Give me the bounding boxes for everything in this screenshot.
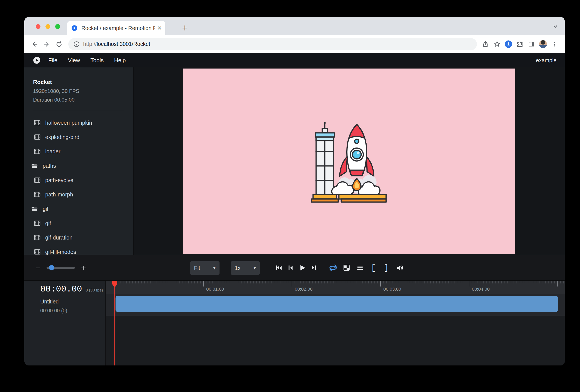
track-time: 00:00.00 (0) — [40, 308, 105, 314]
out-point-bracket-icon[interactable]: ] — [382, 263, 390, 272]
remotion-app: File View Tools Help example Rocket 1920… — [24, 53, 565, 366]
composition-resolution: 1920x1080, 30 FPS — [33, 88, 124, 94]
sidebar-item-label: exploding-bird — [45, 134, 79, 140]
tab-search-chevron-icon[interactable] — [552, 23, 559, 30]
sidebar-item[interactable]: path-morph — [24, 187, 133, 202]
side-panel-icon[interactable] — [527, 40, 536, 48]
playhead-line[interactable] — [115, 281, 115, 366]
preview-area — [134, 67, 565, 255]
timeline-track-area[interactable]: 00:01.00 00:02.00 00:03.00 00:04.00 — [106, 281, 565, 366]
composition-duration: Duration 00:05.00 — [33, 97, 124, 103]
new-tab-button[interactable]: + — [179, 22, 191, 33]
folder-open-icon — [31, 206, 38, 212]
sidebar-item-label: path-evolve — [45, 177, 73, 183]
sidebar-item-label: gif-fill-modes — [45, 249, 76, 255]
sidebar-item[interactable]: halloween-pumpkin — [24, 116, 133, 130]
folder-open-icon — [31, 163, 38, 169]
film-icon — [34, 177, 40, 183]
size-select[interactable]: Fit ▾ — [190, 261, 220, 275]
transparency-checkerboard-icon[interactable] — [342, 264, 351, 272]
close-window-button[interactable] — [36, 24, 40, 29]
onepassword-icon[interactable]: 1 — [505, 40, 512, 48]
timeline-rows-icon[interactable] — [356, 264, 364, 272]
timeline-clip-bar[interactable] — [116, 296, 558, 312]
remotion-favicon — [71, 25, 77, 31]
chevron-down-icon: ▾ — [254, 265, 256, 271]
sidebar-item-label: halloween-pumpkin — [45, 120, 92, 126]
timeline-ruler[interactable]: 00:01.00 00:02.00 00:03.00 00:04.00 — [106, 281, 565, 294]
sidebar-item[interactable]: path-evolve — [24, 173, 133, 187]
sidebar-item[interactable]: exploding-bird — [24, 130, 133, 144]
browser-menu-icon[interactable] — [550, 40, 559, 48]
remotion-logo-icon[interactable] — [33, 56, 41, 64]
previous-frame-button[interactable] — [286, 264, 294, 272]
composition-canvas — [183, 69, 515, 254]
film-icon — [34, 134, 40, 140]
share-icon[interactable] — [481, 40, 489, 48]
menu-file[interactable]: File — [48, 57, 57, 64]
minimize-window-button[interactable] — [45, 24, 50, 29]
fullscreen-window-button[interactable] — [55, 24, 60, 29]
track-name: Untitled — [40, 298, 105, 305]
url-host-path: localhost:3001/Rocket — [97, 41, 150, 47]
url-scheme: http:// — [83, 41, 97, 47]
project-name-label: example — [536, 57, 557, 64]
profile-avatar[interactable] — [539, 40, 547, 48]
jump-to-start-button[interactable] — [275, 264, 283, 272]
playback-extra-controls: [ ] — [329, 255, 404, 280]
sidebar-item[interactable]: gif — [24, 216, 133, 230]
compositions-sidebar: Rocket 1920x1080, 30 FPS Duration 00:05.… — [24, 67, 134, 255]
bookmark-star-icon[interactable] — [493, 40, 501, 48]
menu-view[interactable]: View — [68, 57, 80, 64]
forward-button[interactable] — [43, 40, 51, 48]
volume-icon[interactable] — [396, 264, 404, 272]
toolbar-right-icons: 1 — [481, 40, 559, 48]
next-frame-button[interactable] — [310, 264, 318, 272]
sidebar-folder[interactable]: gif — [24, 202, 133, 216]
sidebar-item-label: paths — [43, 163, 56, 169]
tab-close-icon[interactable]: ✕ — [157, 25, 162, 31]
film-icon — [34, 148, 40, 154]
timeline-empty-area — [106, 316, 565, 366]
sidebar-item-label: loader — [45, 148, 60, 155]
zoom-in-button[interactable]: + — [81, 263, 87, 273]
reload-button[interactable] — [55, 40, 63, 48]
current-frame-info: 0 (30 fps) — [86, 288, 103, 293]
back-button[interactable] — [30, 40, 39, 48]
menu-tools[interactable]: Tools — [91, 57, 104, 64]
app-menu-bar: File View Tools Help example — [24, 53, 565, 67]
browser-toolbar: http://localhost:3001/Rocket 1 — [24, 35, 565, 53]
rocket-illustration — [305, 118, 393, 204]
speed-select-value: 1x — [235, 265, 240, 271]
ruler-label: 00:01.00 — [206, 286, 224, 292]
sidebar-item[interactable]: loader — [24, 144, 133, 159]
play-button[interactable] — [298, 264, 306, 272]
chevron-down-icon: ▾ — [213, 265, 216, 271]
sidebar-item[interactable]: gif-duration — [24, 230, 133, 245]
speed-select[interactable]: 1x ▾ — [231, 261, 260, 275]
sidebar-folder[interactable]: paths — [24, 159, 133, 173]
film-icon — [34, 235, 40, 240]
film-icon — [34, 249, 40, 255]
menu-help[interactable]: Help — [114, 57, 126, 64]
composition-info: Rocket 1920x1080, 30 FPS Duration 00:05.… — [24, 67, 133, 111]
extensions-puzzle-icon[interactable] — [516, 40, 524, 48]
film-icon — [34, 120, 40, 126]
sidebar-item-label: gif — [43, 206, 48, 212]
url-text: http://localhost:3001/Rocket — [83, 41, 150, 47]
browser-tab[interactable]: Rocket / example - Remotion P ✕ — [67, 21, 165, 35]
in-point-bracket-icon[interactable]: [ — [369, 263, 377, 272]
traffic-lights — [36, 24, 60, 29]
address-bar[interactable]: http://localhost:3001/Rocket — [68, 38, 477, 50]
tab-strip: Rocket / example - Remotion P ✕ + — [24, 17, 565, 35]
film-icon — [34, 220, 40, 226]
ruler-label: 00:04.00 — [472, 286, 490, 292]
sidebar-item[interactable]: gif-fill-modes — [24, 245, 133, 255]
zoom-out-button[interactable]: − — [35, 263, 41, 273]
zoom-slider[interactable] — [47, 267, 75, 269]
loop-icon[interactable] — [329, 264, 337, 272]
zoom-slider-thumb[interactable] — [49, 265, 54, 270]
info-icon[interactable] — [73, 41, 80, 48]
timeline-panel: 00:00.00 0 (30 fps) Untitled 00:00.00 (0… — [24, 280, 565, 366]
current-timecode: 00:00.00 — [40, 284, 82, 294]
